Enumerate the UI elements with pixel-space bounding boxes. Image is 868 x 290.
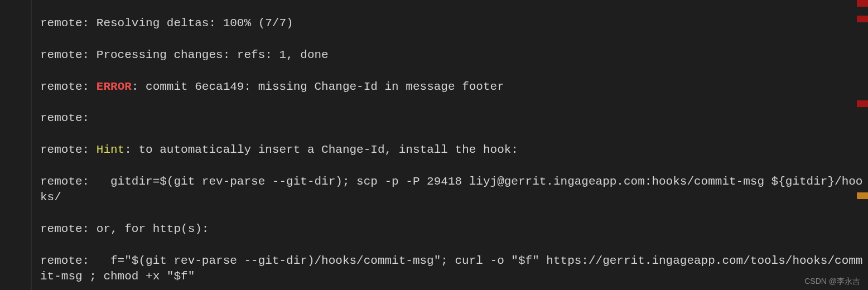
- output-line: remote: or, for http(s):: [40, 221, 868, 237]
- terminal-output[interactable]: remote: Resolving deltas: 100% (7/7) rem…: [0, 0, 868, 290]
- editor-gutter: [0, 0, 32, 290]
- scrollbar-error-indicator[interactable]: [857, 16, 868, 22]
- output-line: remote:: [40, 110, 868, 126]
- scrollbar-error-indicator[interactable]: [857, 100, 868, 107]
- output-line: remote: Hint: to automatically insert a …: [40, 142, 868, 158]
- error-message: : commit 6eca149: missing Change-Id in m…: [132, 80, 504, 93]
- output-line: remote: ERROR: commit 6eca149: missing C…: [40, 79, 868, 95]
- remote-prefix: remote:: [40, 80, 97, 93]
- scrollbar-warning-indicator[interactable]: [857, 192, 868, 199]
- scrollbar-error-indicator[interactable]: [857, 0, 868, 7]
- hint-label: Hint: [97, 143, 124, 156]
- output-line: remote: gitdir=$(git rev-parse --git-dir…: [40, 174, 868, 206]
- error-label: ERROR: [97, 80, 132, 93]
- remote-prefix: remote:: [40, 143, 97, 156]
- hint-message: : to automatically insert a Change-Id, i…: [124, 143, 518, 156]
- output-line: remote: f="$(git rev-parse --git-dir)/ho…: [40, 253, 868, 285]
- output-line: remote: Resolving deltas: 100% (7/7): [40, 16, 868, 31]
- output-line: remote: Processing changes: refs: 1, don…: [40, 47, 868, 63]
- watermark: CSDN @李永吉: [804, 276, 860, 287]
